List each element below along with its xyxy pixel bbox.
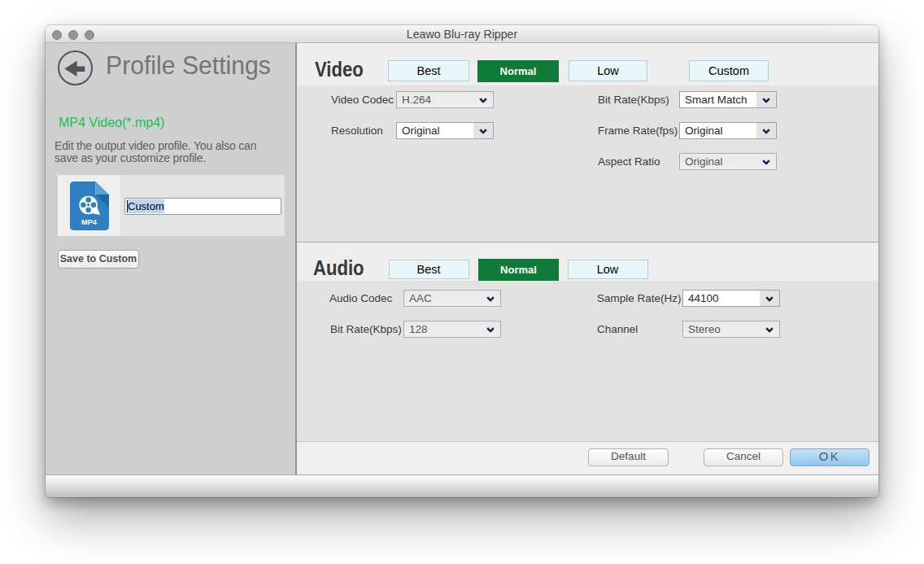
- svg-text:MP4: MP4: [81, 218, 98, 226]
